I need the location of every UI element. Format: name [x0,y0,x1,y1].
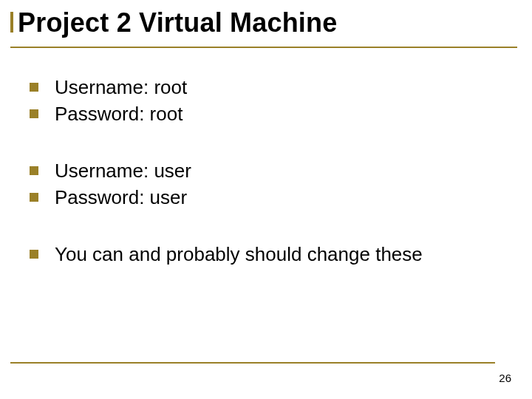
bullet-text: Username: root [55,74,502,100]
square-bullet-icon [30,193,38,202]
bullet-text: Password: root [55,100,502,127]
bullet-text: Password: user [55,184,502,211]
bullet-group: Username: root Password: root [30,74,502,128]
square-bullet-icon [30,250,38,259]
list-item: Password: user [30,184,502,211]
title-block: Project 2 Virtual Machine [10,7,517,48]
square-bullet-icon [30,83,38,92]
list-item: Username: user [30,157,502,184]
square-bullet-icon [30,166,38,175]
square-bullet-icon [30,109,38,118]
bullet-text: Username: user [55,157,502,184]
bullet-text: You can and probably should change these [55,241,502,267]
list-item: Password: root [30,100,502,127]
page-number: 26 [499,372,511,384]
title-accent-bar [10,12,13,33]
slide: Project 2 Virtual Machine Username: root… [0,0,532,399]
footer-underline [10,362,495,364]
list-item: You can and probably should change these [30,241,502,267]
title-underline [10,47,517,48]
bullet-group: You can and probably should change these [30,241,502,267]
body-content: Username: root Password: root Username: … [30,74,502,297]
list-item: Username: root [30,74,502,100]
slide-title: Project 2 Virtual Machine [10,7,517,45]
bullet-group: Username: user Password: user [30,157,502,211]
